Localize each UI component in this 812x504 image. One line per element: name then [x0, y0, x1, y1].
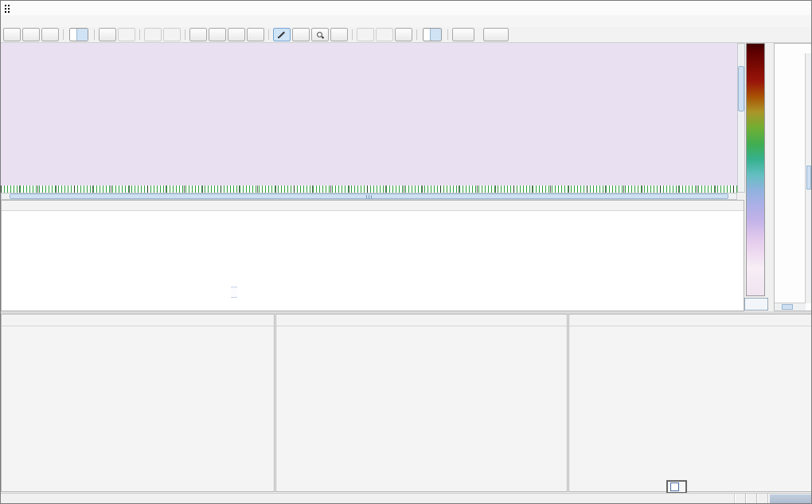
- play-button[interactable]: [189, 28, 207, 41]
- map-canvas[interactable]: [2, 326, 274, 491]
- info-vertical-scrollbar[interactable]: [805, 53, 812, 303]
- close-window-button[interactable]: [791, 1, 812, 15]
- pencil-icon: [278, 31, 286, 39]
- bb-ts-panel: [568, 314, 812, 492]
- range-1nmi-button[interactable]: [41, 28, 59, 41]
- echogram-canvas[interactable]: [1, 43, 737, 186]
- echogram-plot-panel: [1, 200, 744, 311]
- scrollbar-thumb[interactable]: [738, 66, 744, 111]
- ts-fhf-button[interactable]: [483, 28, 509, 41]
- settings-button[interactable]: [247, 28, 264, 41]
- statusbar: [1, 493, 812, 504]
- progress-text: [769, 494, 812, 504]
- frequency-combo[interactable]: [423, 28, 442, 41]
- erase-region-button[interactable]: [292, 28, 310, 41]
- color-scale[interactable]: [746, 43, 765, 296]
- status-message: [1, 494, 735, 504]
- ts-positions-panel: [275, 314, 568, 492]
- survey-info: [735, 494, 746, 504]
- echogram-vertical-scrollbar[interactable]: [737, 43, 745, 193]
- step-back-button[interactable]: [3, 28, 21, 41]
- redo-button[interactable]: [163, 28, 181, 41]
- add-button[interactable]: [330, 28, 348, 41]
- lsss-window: [0, 0, 812, 504]
- ping-mode-button[interactable]: [376, 28, 393, 41]
- undo-button[interactable]: [144, 28, 162, 41]
- echogram-horizontal-scrollbar[interactable]: [1, 193, 737, 200]
- plot-legend: [231, 287, 237, 298]
- info-button[interactable]: [228, 28, 245, 41]
- forward-button[interactable]: [118, 28, 135, 41]
- advance-button[interactable]: [395, 28, 412, 41]
- mode-indicator: [746, 494, 757, 504]
- channel-info-panel: [774, 43, 812, 311]
- refresh-button[interactable]: [209, 28, 226, 41]
- info-horizontal-scrollbar[interactable]: [775, 303, 806, 311]
- depth-range-combo[interactable]: [69, 28, 88, 41]
- minimize-window-button[interactable]: [746, 1, 768, 15]
- channel-200-checkbox[interactable]: [666, 480, 687, 494]
- toolbar: [1, 27, 812, 43]
- checkbox-check-icon[interactable]: [670, 483, 679, 491]
- progress-bar: [768, 494, 812, 504]
- replay-button[interactable]: [357, 28, 374, 41]
- map-panel: [1, 314, 275, 492]
- db-status: [757, 494, 768, 504]
- titlebar: [1, 1, 812, 16]
- menubar: [1, 15, 812, 28]
- step-forward-button[interactable]: [22, 28, 40, 41]
- zoom-button[interactable]: [311, 28, 329, 41]
- maximize-window-button[interactable]: [768, 1, 791, 15]
- chevron-down-icon[interactable]: [430, 29, 441, 41]
- magnifier-icon: [316, 31, 324, 39]
- colorbar-readout: [744, 298, 768, 311]
- back-button[interactable]: [99, 28, 116, 41]
- chevron-down-icon[interactable]: [76, 29, 88, 41]
- draw-region-button[interactable]: [273, 28, 291, 41]
- singlecp-button[interactable]: [452, 28, 474, 41]
- bb-ts-plot[interactable]: [569, 326, 812, 491]
- channel-info-text: [776, 54, 806, 303]
- scrollbar-thumb[interactable]: [10, 193, 728, 199]
- app-icon: [4, 4, 11, 13]
- impedance-plot[interactable]: [2, 210, 744, 311]
- ts-scatter-plot[interactable]: [276, 326, 567, 491]
